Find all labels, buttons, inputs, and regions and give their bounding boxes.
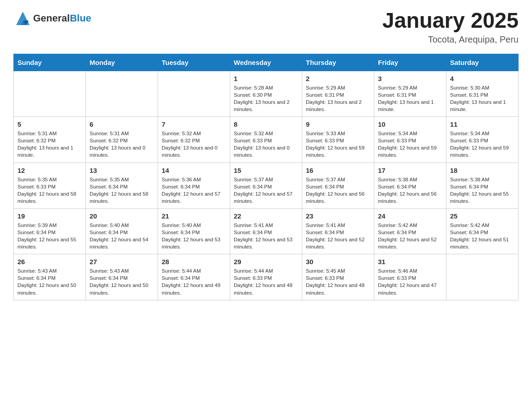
calendar-cell: 23Sunrise: 5:41 AM Sunset: 6:34 PM Dayli… — [302, 208, 374, 254]
calendar-cell: 27Sunrise: 5:43 AM Sunset: 6:34 PM Dayli… — [86, 254, 158, 300]
calendar-cell: 28Sunrise: 5:44 AM Sunset: 6:34 PM Dayli… — [158, 254, 230, 300]
calendar-cell: 17Sunrise: 5:38 AM Sunset: 6:34 PM Dayli… — [374, 163, 446, 208]
calendar-cell: 12Sunrise: 5:35 AM Sunset: 6:33 PM Dayli… — [14, 163, 86, 208]
day-info: Sunrise: 5:44 AM Sunset: 6:33 PM Dayligh… — [234, 267, 298, 296]
calendar-cell: 10Sunrise: 5:34 AM Sunset: 6:33 PM Dayli… — [374, 117, 446, 163]
day-number: 4 — [450, 75, 515, 82]
calendar-cell: 22Sunrise: 5:41 AM Sunset: 6:34 PM Dayli… — [230, 208, 302, 254]
title-area: January 2025 Tocota, Arequipa, Peru — [382, 9, 519, 45]
day-info: Sunrise: 5:34 AM Sunset: 6:33 PM Dayligh… — [378, 130, 442, 158]
day-number: 8 — [234, 120, 298, 128]
day-info: Sunrise: 5:37 AM Sunset: 6:34 PM Dayligh… — [306, 176, 370, 205]
day-number: 24 — [378, 212, 442, 220]
calendar-cell: 25Sunrise: 5:42 AM Sunset: 6:34 PM Dayli… — [446, 208, 519, 254]
day-info: Sunrise: 5:37 AM Sunset: 6:34 PM Dayligh… — [234, 176, 298, 205]
day-info: Sunrise: 5:32 AM Sunset: 6:33 PM Dayligh… — [234, 130, 298, 158]
location-subtitle: Tocota, Arequipa, Peru — [382, 34, 519, 45]
day-number: 18 — [450, 167, 515, 174]
calendar-week-row: 1Sunrise: 5:28 AM Sunset: 6:30 PM Daylig… — [14, 71, 519, 116]
day-number: 28 — [162, 258, 226, 265]
day-info: Sunrise: 5:44 AM Sunset: 6:34 PM Dayligh… — [162, 267, 226, 296]
calendar-cell: 4Sunrise: 5:30 AM Sunset: 6:31 PM Daylig… — [446, 71, 519, 116]
day-info: Sunrise: 5:28 AM Sunset: 6:30 PM Dayligh… — [234, 84, 298, 113]
day-number: 25 — [450, 212, 515, 220]
day-info: Sunrise: 5:35 AM Sunset: 6:33 PM Dayligh… — [17, 176, 82, 205]
calendar-cell: 18Sunrise: 5:38 AM Sunset: 6:34 PM Dayli… — [446, 163, 519, 208]
day-info: Sunrise: 5:46 AM Sunset: 6:33 PM Dayligh… — [378, 267, 442, 296]
day-info: Sunrise: 5:34 AM Sunset: 6:33 PM Dayligh… — [450, 130, 515, 158]
day-info: Sunrise: 5:35 AM Sunset: 6:34 PM Dayligh… — [90, 176, 154, 205]
day-number: 12 — [17, 167, 82, 174]
day-info: Sunrise: 5:36 AM Sunset: 6:34 PM Dayligh… — [162, 176, 226, 205]
day-info: Sunrise: 5:32 AM Sunset: 6:32 PM Dayligh… — [162, 130, 226, 158]
day-number: 19 — [17, 212, 82, 220]
day-info: Sunrise: 5:41 AM Sunset: 6:34 PM Dayligh… — [306, 222, 370, 250]
day-info: Sunrise: 5:38 AM Sunset: 6:34 PM Dayligh… — [378, 176, 442, 205]
day-info: Sunrise: 5:30 AM Sunset: 6:31 PM Dayligh… — [450, 84, 515, 113]
calendar-cell: 19Sunrise: 5:39 AM Sunset: 6:34 PM Dayli… — [14, 208, 86, 254]
day-number: 1 — [234, 75, 298, 82]
day-number: 30 — [306, 258, 370, 265]
day-number: 23 — [306, 212, 370, 220]
day-info: Sunrise: 5:43 AM Sunset: 6:34 PM Dayligh… — [17, 267, 82, 296]
day-info: Sunrise: 5:39 AM Sunset: 6:34 PM Dayligh… — [17, 222, 82, 250]
calendar-header: SundayMondayTuesdayWednesdayThursdayFrid… — [14, 54, 519, 71]
day-info: Sunrise: 5:40 AM Sunset: 6:34 PM Dayligh… — [162, 222, 226, 250]
day-number: 5 — [17, 120, 82, 128]
calendar-cell: 7Sunrise: 5:32 AM Sunset: 6:32 PM Daylig… — [158, 117, 230, 163]
calendar-cell — [158, 71, 230, 116]
day-info: Sunrise: 5:31 AM Sunset: 6:32 PM Dayligh… — [17, 130, 82, 158]
calendar-cell: 31Sunrise: 5:46 AM Sunset: 6:33 PM Dayli… — [374, 254, 446, 300]
calendar-week-row: 19Sunrise: 5:39 AM Sunset: 6:34 PM Dayli… — [14, 208, 519, 254]
calendar-body: 1Sunrise: 5:28 AM Sunset: 6:30 PM Daylig… — [14, 71, 519, 300]
calendar-cell: 24Sunrise: 5:42 AM Sunset: 6:34 PM Dayli… — [374, 208, 446, 254]
calendar-cell: 29Sunrise: 5:44 AM Sunset: 6:33 PM Dayli… — [230, 254, 302, 300]
day-of-week-header: Thursday — [302, 54, 374, 71]
day-number: 27 — [90, 258, 154, 265]
calendar-table: SundayMondayTuesdayWednesdayThursdayFrid… — [13, 54, 519, 300]
day-number: 10 — [378, 120, 442, 128]
day-number: 22 — [234, 212, 298, 220]
day-info: Sunrise: 5:45 AM Sunset: 6:33 PM Dayligh… — [306, 267, 370, 296]
calendar-cell: 8Sunrise: 5:32 AM Sunset: 6:33 PM Daylig… — [230, 117, 302, 163]
day-number: 14 — [162, 167, 226, 174]
calendar-cell: 16Sunrise: 5:37 AM Sunset: 6:34 PM Dayli… — [302, 163, 374, 208]
calendar-week-row: 12Sunrise: 5:35 AM Sunset: 6:33 PM Dayli… — [14, 163, 519, 208]
day-of-week-header: Saturday — [446, 54, 519, 71]
calendar-cell: 9Sunrise: 5:33 AM Sunset: 6:33 PM Daylig… — [302, 117, 374, 163]
day-number: 3 — [378, 75, 442, 82]
page-header: GeneralBlue January 2025 Tocota, Arequip… — [13, 9, 519, 45]
day-number: 26 — [17, 258, 82, 265]
day-number: 20 — [90, 212, 154, 220]
day-number: 17 — [378, 167, 442, 174]
calendar-cell: 14Sunrise: 5:36 AM Sunset: 6:34 PM Dayli… — [158, 163, 230, 208]
day-info: Sunrise: 5:42 AM Sunset: 6:34 PM Dayligh… — [450, 222, 515, 250]
calendar-week-row: 5Sunrise: 5:31 AM Sunset: 6:32 PM Daylig… — [14, 117, 519, 163]
calendar-cell: 15Sunrise: 5:37 AM Sunset: 6:34 PM Dayli… — [230, 163, 302, 208]
calendar-cell: 20Sunrise: 5:40 AM Sunset: 6:34 PM Dayli… — [86, 208, 158, 254]
day-info: Sunrise: 5:42 AM Sunset: 6:34 PM Dayligh… — [378, 222, 442, 250]
calendar-cell: 26Sunrise: 5:43 AM Sunset: 6:34 PM Dayli… — [14, 254, 86, 300]
calendar-cell: 11Sunrise: 5:34 AM Sunset: 6:33 PM Dayli… — [446, 117, 519, 163]
day-info: Sunrise: 5:38 AM Sunset: 6:34 PM Dayligh… — [450, 176, 515, 205]
calendar-cell: 30Sunrise: 5:45 AM Sunset: 6:33 PM Dayli… — [302, 254, 374, 300]
day-number: 29 — [234, 258, 298, 265]
day-of-week-header: Friday — [374, 54, 446, 71]
day-info: Sunrise: 5:33 AM Sunset: 6:33 PM Dayligh… — [306, 130, 370, 158]
day-number: 11 — [450, 120, 515, 128]
day-number: 13 — [90, 167, 154, 174]
calendar-cell — [86, 71, 158, 116]
day-of-week-header: Tuesday — [158, 54, 230, 71]
day-info: Sunrise: 5:43 AM Sunset: 6:34 PM Dayligh… — [90, 267, 154, 296]
calendar-cell: 13Sunrise: 5:35 AM Sunset: 6:34 PM Dayli… — [86, 163, 158, 208]
day-number: 6 — [90, 120, 154, 128]
calendar-cell: 21Sunrise: 5:40 AM Sunset: 6:34 PM Dayli… — [158, 208, 230, 254]
logo-text: GeneralBlue — [33, 13, 91, 24]
day-number: 15 — [234, 167, 298, 174]
days-of-week-row: SundayMondayTuesdayWednesdayThursdayFrid… — [14, 54, 519, 71]
day-number: 9 — [306, 120, 370, 128]
day-of-week-header: Monday — [86, 54, 158, 71]
day-of-week-header: Wednesday — [230, 54, 302, 71]
logo-icon — [13, 9, 32, 28]
calendar-cell: 2Sunrise: 5:29 AM Sunset: 6:31 PM Daylig… — [302, 71, 374, 116]
